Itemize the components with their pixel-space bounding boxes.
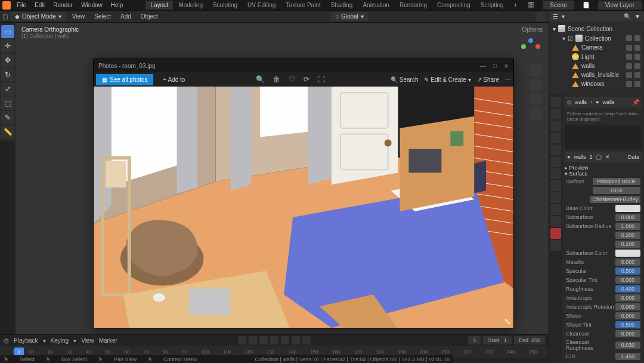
play-reverse-icon[interactable] (270, 336, 278, 344)
prop-tab-output-icon[interactable] (550, 109, 561, 119)
workspace-tab-shading[interactable]: Shading (326, 1, 358, 10)
favorite-icon[interactable]: ♡ (289, 75, 295, 84)
header-view[interactable]: View (69, 12, 89, 21)
prop-tab-object-icon[interactable] (550, 156, 561, 167)
outliner-collection[interactable]: ▾ ☑ Collection (549, 33, 644, 43)
menu-render[interactable]: Render (49, 1, 76, 10)
workspace-tab-add[interactable]: + (509, 1, 522, 10)
numeric-slider[interactable]: 0.030 (615, 342, 640, 349)
numeric-slider[interactable]: 0.500 (615, 267, 640, 275)
select-tool-icon[interactable]: ▭ (1, 25, 14, 38)
playhead[interactable]: 1 (14, 347, 24, 356)
distribution-dropdown[interactable]: GGX (593, 187, 640, 194)
workspace-tab-animation[interactable]: Animation (358, 1, 394, 10)
photos-titlebar[interactable]: Photos - room_03.jpg — □ ✕ (94, 59, 513, 72)
timeline-keying[interactable]: Keying (51, 337, 69, 344)
axis-y-icon[interactable] (521, 44, 526, 49)
outliner-camera[interactable]: Camera (549, 43, 644, 52)
numeric-slider[interactable]: 1.450 (615, 353, 640, 360)
workspace-tab-compositing[interactable]: Compositing (432, 1, 475, 10)
delete-icon[interactable]: 🗑 (273, 75, 280, 84)
scene-dropdown[interactable]: Scene (543, 1, 574, 10)
color-swatch[interactable] (615, 250, 640, 257)
header-add[interactable]: Add (117, 12, 135, 21)
numeric-slider[interactable]: 0.100 (615, 241, 640, 248)
minimize-icon[interactable]: — (480, 63, 486, 69)
prop-tab-world-icon[interactable] (550, 144, 561, 155)
header-select[interactable]: Select (91, 12, 114, 21)
outliner-windows[interactable]: windows (549, 79, 644, 88)
hide-icon[interactable] (626, 45, 632, 51)
camera-gizmo-icon[interactable] (530, 93, 541, 105)
render-icon[interactable] (634, 81, 640, 87)
workspace-tab-sculpting[interactable]: Sculpting (208, 1, 242, 10)
search-icon[interactable]: 🔍 (624, 13, 631, 20)
photos-image-view[interactable]: ⤡ (94, 87, 513, 328)
jump-start-icon[interactable] (249, 336, 257, 344)
axis-z-icon[interactable] (528, 38, 533, 43)
hide-icon[interactable] (626, 63, 632, 69)
scale-tool-icon[interactable]: ⤢ (1, 82, 14, 96)
timeline-marker[interactable]: Marker (99, 337, 117, 344)
surface-shader-dropdown[interactable]: Principled BSDF (593, 178, 640, 185)
move-tool-icon[interactable]: ✥ (1, 54, 14, 67)
zoom-gizmo-icon[interactable] (530, 64, 541, 76)
workspace-tab-rendering[interactable]: Rendering (395, 1, 432, 10)
menu-help[interactable]: Help (107, 1, 127, 10)
annotate-tool-icon[interactable]: ✎ (1, 111, 14, 124)
hide-icon[interactable] (626, 54, 632, 60)
prop-tab-constraints-icon[interactable] (550, 204, 561, 215)
data-link-button[interactable]: Data (628, 154, 639, 160)
close-icon[interactable]: ✕ (504, 63, 509, 69)
render-icon[interactable] (634, 35, 640, 41)
prev-keyframe-icon[interactable] (259, 336, 268, 344)
edit-button[interactable]: ✎ Edit & Create ▾ (424, 76, 470, 83)
zoom-icon[interactable]: 🔍 (256, 75, 265, 84)
maximize-icon[interactable]: □ (493, 63, 497, 69)
cursor-tool-icon[interactable]: ✛ (1, 39, 14, 53)
filter-icon[interactable]: ▼ (634, 13, 640, 20)
prop-tab-particles-icon[interactable] (550, 180, 561, 191)
material-name-input[interactable]: walls (574, 154, 586, 160)
outliner-light[interactable]: Light (549, 52, 644, 61)
numeric-slider[interactable]: 0.400 (615, 285, 640, 293)
render-icon[interactable] (634, 54, 640, 60)
add-to-button[interactable]: + Add to (158, 74, 190, 85)
prop-tab-mesh-icon[interactable] (550, 216, 561, 227)
more-icon[interactable]: ⋯ (505, 76, 511, 83)
workspace-tab-scripting[interactable]: Scripting (476, 1, 509, 10)
jump-end-icon[interactable] (302, 336, 311, 344)
hide-icon[interactable] (626, 81, 632, 87)
viewport-options[interactable]: Options (522, 26, 543, 33)
transform-tool-icon[interactable]: ⬚ (1, 97, 14, 110)
workspace-tab-texture-paint[interactable]: Texture Paint (281, 1, 325, 10)
color-swatch[interactable] (615, 205, 640, 212)
prop-tab-modifier-icon[interactable] (550, 168, 561, 179)
perspective-gizmo-icon[interactable] (530, 107, 541, 119)
end-frame-input[interactable]: End 250 (514, 336, 545, 344)
axis-gizmo[interactable] (519, 38, 543, 62)
menu-file[interactable]: File (13, 1, 30, 10)
numeric-slider[interactable]: 0.000 (615, 312, 640, 319)
axis-x-icon[interactable] (535, 44, 540, 49)
numeric-slider[interactable]: 0.000 (615, 259, 640, 266)
timeline-editor-icon[interactable]: ◷ (4, 337, 9, 344)
disclosure-icon[interactable]: ▾ (553, 26, 556, 32)
pan-gizmo-icon[interactable] (530, 79, 541, 91)
autokey-icon[interactable] (238, 336, 246, 344)
timeline-playback[interactable]: Playback (14, 337, 38, 344)
hide-icon[interactable] (626, 35, 632, 41)
material-slot-list[interactable] (565, 125, 642, 149)
menu-edit[interactable]: Edit (31, 1, 48, 10)
workspace-tab-uv[interactable]: UV Editing (243, 1, 280, 10)
numeric-slider[interactable]: 0.000 (615, 276, 640, 284)
prop-tab-material-icon[interactable] (550, 228, 561, 239)
outliner-editor-icon[interactable]: ☰ (553, 13, 558, 20)
prop-tab-viewlayer-icon[interactable] (550, 121, 561, 131)
measure-tool-icon[interactable]: 📏 (1, 125, 14, 139)
snap-icon[interactable] (535, 12, 546, 21)
prop-tab-texture-icon[interactable] (550, 240, 561, 251)
numeric-slider[interactable]: 0.000 (615, 303, 640, 310)
numeric-slider[interactable]: 0.500 (615, 321, 640, 328)
start-frame-input[interactable]: Start 1 (483, 336, 512, 344)
